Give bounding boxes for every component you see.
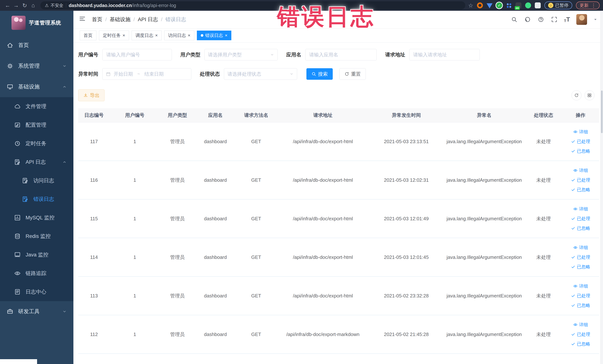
- user-avatar[interactable]: [576, 14, 587, 25]
- browser-back-icon[interactable]: ←: [3, 1, 12, 10]
- browser-update-button[interactable]: 更新⋮: [576, 1, 600, 9]
- browser-home-icon[interactable]: ⌂: [29, 1, 37, 10]
- column-settings-button[interactable]: [584, 90, 594, 100]
- tag-访问日志[interactable]: 访问日志×: [164, 31, 194, 40]
- security-warning-icon[interactable]: ⚠ 不安全: [45, 3, 63, 8]
- sidebar-item-文件管理[interactable]: 文件管理: [0, 97, 73, 116]
- font-size-icon[interactable]: TT: [564, 16, 570, 23]
- sidebar-item-配置管理[interactable]: 配置管理: [0, 116, 73, 134]
- breadcrumb-item[interactable]: API 日志: [138, 16, 158, 23]
- sidebar-item-研发工具[interactable]: 研发工具: [0, 301, 73, 322]
- tag-错误日志[interactable]: 错误日志×: [197, 31, 231, 40]
- action-processed[interactable]: 已处理: [571, 216, 590, 222]
- extension-icon-green-check[interactable]: ✓: [496, 2, 502, 8]
- sidebar-item-Java监控[interactable]: Java 监控: [0, 246, 73, 264]
- extension-icon-puzzle[interactable]: [535, 2, 541, 8]
- address-bar[interactable]: ⚠ 不安全 dashboard.yudao.iocoder.cn/infra/l…: [40, 1, 465, 10]
- action-ignored[interactable]: 已忽略: [571, 341, 590, 347]
- sidebar-item-API日志[interactable]: API 日志: [0, 153, 73, 171]
- sidebar-collapse-icon[interactable]: [79, 15, 87, 23]
- action-detail[interactable]: 详细: [573, 283, 588, 289]
- table-row: 1131管理员dashboardGET/api/infra/db-doc/exp…: [78, 277, 599, 315]
- sidebar-item-首页[interactable]: 首页: [0, 35, 73, 56]
- close-icon[interactable]: ×: [155, 33, 158, 38]
- bookmark-star-icon[interactable]: ☆: [468, 2, 473, 9]
- action-detail[interactable]: 详细: [573, 206, 588, 212]
- reset-button[interactable]: 重置: [339, 68, 366, 80]
- action-detail[interactable]: 详细: [573, 245, 588, 250]
- process-status-select[interactable]: 请选择处理状态: [224, 68, 297, 80]
- chevron-down-icon[interactable]: [593, 17, 597, 22]
- extension-icon-blue-shield[interactable]: [487, 2, 493, 8]
- browser-reload-icon[interactable]: ↻: [20, 1, 29, 10]
- action-processed[interactable]: 已处理: [571, 177, 590, 183]
- close-icon[interactable]: ×: [123, 33, 125, 38]
- page-scrollbar[interactable]: [600, 11, 603, 364]
- action-ignored[interactable]: 已忽略: [571, 187, 590, 193]
- action-detail[interactable]: 详细: [573, 167, 588, 173]
- action-processed[interactable]: 已处理: [571, 293, 590, 299]
- column-header: 请求方法名: [236, 112, 277, 118]
- search-button[interactable]: 搜索: [306, 68, 333, 80]
- exception-time-range-picker[interactable]: 开始日期 ~ 结束日期: [102, 68, 191, 80]
- action-detail[interactable]: 详细: [573, 129, 588, 135]
- action-processed[interactable]: 已处理: [571, 331, 590, 337]
- table-row: 1121管理员dashboardGET/api/infra/db-doc/exp…: [78, 315, 599, 354]
- refresh-table-button[interactable]: [571, 90, 581, 100]
- action-ignored[interactable]: 已忽略: [571, 303, 590, 308]
- browser-menu-icon[interactable]: ⋮: [591, 3, 596, 8]
- breadcrumb-item[interactable]: 基础设施: [110, 16, 130, 23]
- extension-icon-blue-grid[interactable]: [506, 2, 512, 8]
- tag-首页[interactable]: 首页: [80, 31, 96, 40]
- sidebar-item-定时任务[interactable]: 定时任务: [0, 134, 73, 153]
- cell-time: 2021-05-03 12:01:49: [369, 216, 443, 222]
- action-ignored[interactable]: 已忽略: [571, 264, 590, 270]
- sidebar-item-Redis监控[interactable]: Redis 监控: [0, 227, 73, 246]
- sidebar-item-基础设施[interactable]: 基础设施: [0, 76, 73, 97]
- action-detail[interactable]: 详细: [573, 322, 588, 328]
- cell-actions: 详细已处理已忽略: [562, 206, 599, 231]
- sidebar-item-链路追踪[interactable]: 链路追踪: [0, 264, 73, 282]
- app-logo: [12, 16, 26, 30]
- help-icon[interactable]: [537, 16, 545, 23]
- tag-调度日志[interactable]: 调度日志×: [132, 31, 162, 40]
- cell-user-id: 1: [110, 254, 160, 260]
- eye-icon: [573, 130, 578, 134]
- user-id-input[interactable]: [102, 49, 172, 60]
- check-icon: [571, 188, 575, 192]
- app-logo-row[interactable]: 芋道管理系统: [0, 11, 73, 35]
- eye-icon: [573, 245, 578, 250]
- action-processed[interactable]: 已处理: [571, 139, 590, 144]
- extension-icon-green[interactable]: [525, 2, 531, 8]
- github-icon[interactable]: [524, 16, 531, 23]
- user-type-select[interactable]: 请选择用户类型: [204, 49, 278, 60]
- export-button[interactable]: 导出: [78, 89, 104, 101]
- close-icon[interactable]: ×: [188, 33, 190, 38]
- cell-method: GET: [236, 293, 277, 299]
- sidebar-item-日志中心[interactable]: 日志中心: [0, 282, 73, 301]
- action-ignored[interactable]: 已忽略: [571, 148, 590, 154]
- extension-icon-switch[interactable]: on: [515, 2, 522, 8]
- page-content: 用户编号 用户类型 请选择用户类型 应用名 请求地址: [73, 43, 603, 364]
- breadcrumb-item[interactable]: 首页: [92, 16, 102, 23]
- action-processed[interactable]: 已处理: [571, 254, 590, 260]
- tag-定时任务[interactable]: 定时任务×: [99, 31, 129, 40]
- filter-label-request-url: 请求地址: [385, 51, 405, 58]
- fullscreen-icon[interactable]: [551, 16, 558, 23]
- browser-forward-icon[interactable]: →: [12, 1, 20, 10]
- table-row: 1141管理员dashboardGET/api/infra/db-doc/exp…: [78, 238, 599, 277]
- scrollbar-thumb[interactable]: [601, 91, 603, 133]
- extension-icon-orange[interactable]: [477, 2, 483, 8]
- sidebar-item-系统管理[interactable]: 系统管理: [0, 56, 73, 76]
- sidebar-item-MySQL监控[interactable]: MySQL 监控: [0, 208, 73, 227]
- action-ignored[interactable]: 已忽略: [571, 225, 590, 231]
- search-icon[interactable]: [511, 16, 518, 23]
- sidebar-item-错误日志[interactable]: 错误日志: [0, 190, 73, 208]
- cell-log-id: 116: [78, 177, 110, 183]
- cell-status: 未处理: [525, 177, 562, 183]
- profile-paused-pill[interactable]: ☺已暂停: [545, 1, 572, 9]
- close-icon[interactable]: ×: [225, 33, 227, 38]
- sidebar-item-访问日志[interactable]: 访问日志: [0, 171, 73, 190]
- request-url-input[interactable]: [409, 49, 480, 60]
- app-name-input[interactable]: [305, 49, 377, 60]
